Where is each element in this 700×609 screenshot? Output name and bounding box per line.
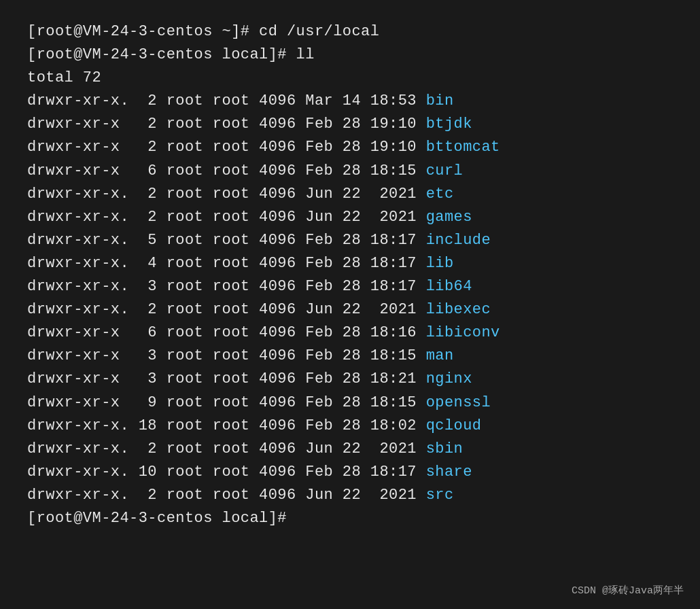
terminal-line: [root@VM-24-3-centos local]# ll xyxy=(27,44,673,67)
file-name: lib xyxy=(426,252,454,275)
file-permissions: drwxr-xr-x. 5 root root 4096 Feb 28 18:1… xyxy=(27,229,426,252)
file-permissions: drwxr-xr-x 6 root root 4096 Feb 28 18:16 xyxy=(27,321,426,345)
terminal-line: drwxr-xr-x. 2 root root 4096 Mar 14 18:5… xyxy=(27,90,673,113)
file-permissions: drwxr-xr-x. 2 root root 4096 Jun 22 2021 xyxy=(27,183,426,206)
terminal-line: drwxr-xr-x 9 root root 4096 Feb 28 18:15… xyxy=(27,392,673,415)
terminal-line: drwxr-xr-x. 2 root root 4096 Jun 22 2021… xyxy=(27,484,673,507)
file-name: openssl xyxy=(426,392,491,415)
terminal-line: drwxr-xr-x 3 root root 4096 Feb 28 18:21… xyxy=(27,368,673,391)
file-permissions: drwxr-xr-x 3 root root 4096 Feb 28 18:15 xyxy=(27,345,426,368)
file-name: games xyxy=(426,206,472,229)
terminal-line: drwxr-xr-x. 5 root root 4096 Feb 28 18:1… xyxy=(27,229,673,252)
terminal-text: [root@VM-24-3-centos local]# ll xyxy=(27,44,315,67)
terminal-line: drwxr-xr-x 6 root root 4096 Feb 28 18:15… xyxy=(27,160,673,183)
file-name: man xyxy=(426,345,454,368)
file-name: libexec xyxy=(426,298,491,321)
terminal-line: drwxr-xr-x. 2 root root 4096 Jun 22 2021… xyxy=(27,298,673,321)
file-permissions: drwxr-xr-x. 2 root root 4096 Jun 22 2021 xyxy=(27,206,426,229)
file-permissions: drwxr-xr-x 6 root root 4096 Feb 28 18:15 xyxy=(27,160,426,183)
file-name: btjdk xyxy=(426,113,472,136)
terminal-text: [root@VM-24-3-centos ~]# cd /usr/local xyxy=(27,20,379,44)
file-name: libiconv xyxy=(426,321,500,345)
terminal-line: [root@VM-24-3-centos ~]# cd /usr/local xyxy=(27,20,673,44)
file-permissions: drwxr-xr-x. 10 root root 4096 Feb 28 18:… xyxy=(27,461,426,484)
terminal-line: drwxr-xr-x. 2 root root 4096 Jun 22 2021… xyxy=(27,438,673,461)
file-name: qcloud xyxy=(426,415,482,438)
terminal-line: drwxr-xr-x. 3 root root 4096 Feb 28 18:1… xyxy=(27,275,673,298)
watermark: CSDN @琢砖Java两年半 xyxy=(572,584,684,597)
file-permissions: drwxr-xr-x. 2 root root 4096 Mar 14 18:5… xyxy=(27,90,426,113)
terminal-line: total 72 xyxy=(27,67,673,90)
file-permissions: drwxr-xr-x 2 root root 4096 Feb 28 19:10 xyxy=(27,136,426,159)
file-name: share xyxy=(426,461,472,484)
terminal-line: drwxr-xr-x 6 root root 4096 Feb 28 18:16… xyxy=(27,321,673,345)
file-permissions: drwxr-xr-x. 18 root root 4096 Feb 28 18:… xyxy=(27,415,426,438)
file-permissions: drwxr-xr-x. 2 root root 4096 Jun 22 2021 xyxy=(27,298,426,321)
file-name: src xyxy=(426,484,454,507)
file-name: bin xyxy=(426,90,454,113)
file-permissions: drwxr-xr-x 3 root root 4096 Feb 28 18:21 xyxy=(27,368,426,391)
file-name: nginx xyxy=(426,368,472,391)
terminal-line: drwxr-xr-x 2 root root 4096 Feb 28 19:10… xyxy=(27,113,673,136)
terminal-line: drwxr-xr-x 2 root root 4096 Feb 28 19:10… xyxy=(27,136,673,159)
terminal-line: [root@VM-24-3-centos local]# xyxy=(27,507,673,530)
file-name: bttomcat xyxy=(426,136,500,159)
terminal-text: [root@VM-24-3-centos local]# xyxy=(27,507,287,530)
file-permissions: drwxr-xr-x. 2 root root 4096 Jun 22 2021 xyxy=(27,438,426,461)
terminal-window: [root@VM-24-3-centos ~]# cd /usr/local[r… xyxy=(0,0,700,609)
terminal-line: drwxr-xr-x. 4 root root 4096 Feb 28 18:1… xyxy=(27,252,673,275)
file-name: include xyxy=(426,229,491,252)
terminal-line: drwxr-xr-x. 10 root root 4096 Feb 28 18:… xyxy=(27,461,673,484)
file-name: sbin xyxy=(426,438,463,461)
terminal-text: total 72 xyxy=(27,67,101,90)
terminal-line: drwxr-xr-x. 18 root root 4096 Feb 28 18:… xyxy=(27,415,673,438)
file-permissions: drwxr-xr-x. 3 root root 4096 Feb 28 18:1… xyxy=(27,275,426,298)
file-name: curl xyxy=(426,160,463,183)
file-permissions: drwxr-xr-x 2 root root 4096 Feb 28 19:10 xyxy=(27,113,426,136)
terminal-line: drwxr-xr-x. 2 root root 4096 Jun 22 2021… xyxy=(27,206,673,229)
file-permissions: drwxr-xr-x 9 root root 4096 Feb 28 18:15 xyxy=(27,392,426,415)
terminal-line: drwxr-xr-x. 2 root root 4096 Jun 22 2021… xyxy=(27,183,673,206)
file-permissions: drwxr-xr-x. 4 root root 4096 Feb 28 18:1… xyxy=(27,252,426,275)
file-name: lib64 xyxy=(426,275,472,298)
terminal-line: drwxr-xr-x 3 root root 4096 Feb 28 18:15… xyxy=(27,345,673,368)
file-name: etc xyxy=(426,183,454,206)
terminal-output: [root@VM-24-3-centos ~]# cd /usr/local[r… xyxy=(27,20,673,530)
file-permissions: drwxr-xr-x. 2 root root 4096 Jun 22 2021 xyxy=(27,484,426,507)
